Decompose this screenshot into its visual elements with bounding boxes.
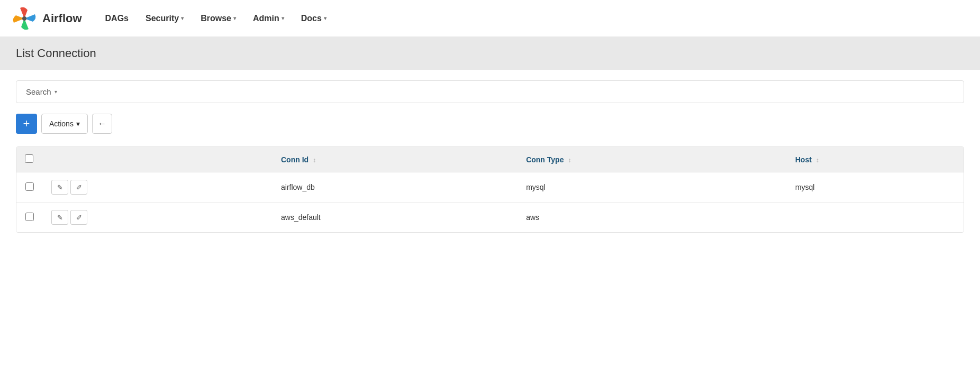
back-arrow-icon: ← [98,119,106,128]
nav-item-dags[interactable]: DAGs [98,10,136,27]
header-conn-type[interactable]: Conn Type ↕ [518,147,787,172]
row-conn-id: aws_default [273,203,518,233]
svg-point-0 [22,16,26,21]
search-caret-icon: ▾ [55,89,57,95]
nav-item-browse[interactable]: Browse ▾ [193,10,243,27]
security-caret-icon: ▾ [181,15,184,21]
row-delete-button-1[interactable]: ✐ [70,210,87,225]
header-checkbox-col [16,147,43,172]
page-body: Search ▾ + Actions ▾ ← [0,70,980,243]
select-all-checkbox[interactable] [25,154,33,163]
row-edit-button-1[interactable]: ✎ [51,210,68,225]
delete-icon: ✐ [76,214,82,222]
header-host[interactable]: Host ↕ [787,147,964,172]
back-button[interactable]: ← [92,114,112,134]
edit-icon: ✎ [57,214,63,222]
edit-icon: ✎ [57,183,63,191]
actions-label: Actions [49,120,74,128]
toolbar: + Actions ▾ ← [16,114,964,134]
row-conn-type: aws [518,203,787,233]
delete-icon: ✐ [76,183,82,191]
page-content: List Connection Search ▾ + Actions ▾ ← [0,37,980,243]
search-label: Search [26,87,51,96]
row-conn-id: airflow_db [273,172,518,203]
add-icon: + [23,118,30,130]
table-header-row: Conn Id ↕ Conn Type ↕ Host ↕ [16,147,964,172]
host-sort-icon: ↕ [816,157,819,164]
brand-name: Airflow [42,12,82,25]
navbar: Airflow DAGs Security ▾ Browse ▾ Admin ▾… [0,0,980,37]
row-checkbox-0[interactable] [25,182,34,191]
connections-table: Conn Id ↕ Conn Type ↕ Host ↕ [16,146,964,233]
row-delete-button-0[interactable]: ✐ [70,180,87,195]
header-conn-id[interactable]: Conn Id ↕ [273,147,518,172]
row-checkbox-cell [16,172,43,203]
search-bar[interactable]: Search ▾ [16,80,964,103]
nav-item-docs[interactable]: Docs ▾ [294,10,334,27]
row-action-buttons: ✎ ✐ [43,172,273,203]
brand-logo-link[interactable]: Airflow [11,5,82,32]
row-host [787,203,964,233]
actions-button[interactable]: Actions ▾ [41,114,88,134]
row-checkbox-cell [16,203,43,233]
row-action-buttons: ✎ ✐ [43,203,273,233]
row-edit-button-0[interactable]: ✎ [51,180,68,195]
nav-item-security[interactable]: Security ▾ [138,10,191,27]
page-title: List Connection [16,47,964,60]
table-row: ✎ ✐ aws_default aws [16,203,964,233]
add-button[interactable]: + [16,114,37,134]
airflow-logo [11,5,38,32]
nav-item-admin[interactable]: Admin ▾ [246,10,292,27]
page-header: List Connection [0,37,980,70]
row-checkbox-1[interactable] [25,213,34,221]
browse-caret-icon: ▾ [233,15,236,21]
row-host: mysql [787,172,964,203]
conn-type-sort-icon: ↕ [568,157,571,164]
header-actions-col [43,147,273,172]
actions-caret-icon: ▾ [76,120,80,128]
row-conn-type: mysql [518,172,787,203]
docs-caret-icon: ▾ [324,15,326,21]
main-nav: DAGs Security ▾ Browse ▾ Admin ▾ Docs ▾ [98,10,334,27]
conn-id-sort-icon: ↕ [313,157,316,164]
admin-caret-icon: ▾ [282,15,284,21]
table-row: ✎ ✐ airflow_db mysql mysql [16,172,964,203]
